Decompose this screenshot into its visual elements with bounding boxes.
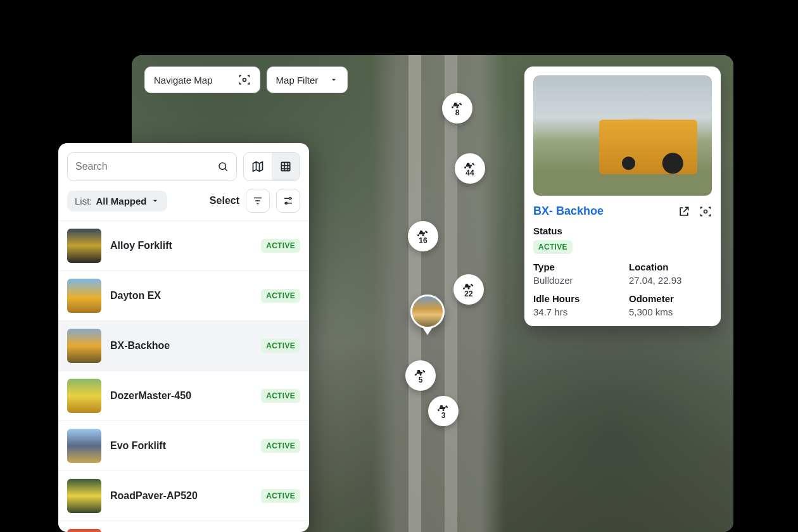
asset-name: Dayton EX — [110, 290, 252, 301]
map-filter-button[interactable]: Map Filter — [267, 66, 348, 93]
excavator-icon — [463, 282, 474, 289]
map-view-button[interactable] — [244, 153, 272, 180]
asset-title: BX- Backhoe — [533, 205, 604, 218]
cluster-marker[interactable]: 16 — [408, 221, 438, 251]
location-label: Location — [629, 262, 712, 272]
asset-status-badge: ACTIVE — [261, 239, 300, 253]
cluster-count: 22 — [464, 290, 472, 298]
search-box — [67, 152, 237, 181]
search-icon[interactable] — [217, 161, 229, 172]
asset-thumbnail — [67, 279, 101, 313]
open-external-button[interactable] — [678, 205, 690, 218]
sliders-button[interactable] — [276, 189, 300, 213]
asset-image — [533, 75, 712, 196]
view-toggle — [243, 152, 300, 181]
svg-point-5 — [286, 202, 288, 204]
svg-point-2 — [219, 163, 226, 170]
list-scope-dropdown[interactable]: List: All Mapped — [67, 191, 167, 212]
list-scope-label: List: — [75, 196, 92, 206]
asset-status-badge: ACTIVE — [261, 439, 300, 453]
type-label: Type — [533, 262, 616, 272]
svg-point-1 — [704, 210, 707, 213]
grid-view-button[interactable] — [272, 153, 300, 180]
asset-list: Alloy ForkliftACTIVEDayton EXACTIVEBX-Ba… — [58, 220, 309, 532]
map-filter-label: Map Filter — [276, 75, 319, 86]
cluster-marker[interactable]: 5 — [405, 360, 436, 391]
status-label: Status — [533, 225, 712, 236]
idle-value: 34.7 hrs — [533, 307, 616, 317]
cluster-count: 3 — [441, 412, 446, 419]
asset-list-item[interactable]: RoadPaver-AP520ACTIVE — [58, 471, 309, 521]
excavator-icon — [415, 368, 426, 376]
asset-name: Evo Forklift — [110, 440, 252, 452]
excavator-icon — [438, 403, 449, 411]
asset-status-badge: ACTIVE — [261, 489, 300, 503]
asset-status-badge: ACTIVE — [261, 389, 300, 403]
excavator-icon — [464, 161, 476, 168]
asset-list-item[interactable]: Dayton EXACTIVE — [58, 271, 309, 321]
map-top-controls: Navigate Map Map Filter — [144, 66, 348, 93]
asset-status-badge: ACTIVE — [261, 339, 300, 353]
location-value: 27.04, 22.93 — [629, 275, 712, 286]
asset-thumbnail — [67, 229, 101, 263]
cluster-count: 44 — [466, 169, 474, 177]
asset-list-item[interactable]: Alloy ForkliftACTIVE — [58, 221, 309, 271]
active-asset-marker[interactable] — [410, 294, 445, 334]
navigate-map-button[interactable]: Navigate Map — [144, 66, 260, 93]
filter-button[interactable] — [246, 189, 270, 213]
svg-rect-3 — [281, 162, 289, 170]
asset-detail-card: BX- Backhoe Status ACTIVE Type Bulldozer… — [524, 66, 721, 326]
asset-thumbnail — [67, 529, 101, 532]
cluster-count: 8 — [455, 109, 460, 117]
odometer-value: 5,300 kms — [629, 307, 712, 317]
cluster-marker[interactable]: 8 — [442, 93, 472, 124]
asset-list-item[interactable]: Evo ForkliftACTIVE — [58, 421, 309, 471]
svg-point-4 — [289, 198, 291, 200]
odometer-label: Odometer — [629, 293, 712, 304]
cluster-count: 5 — [419, 376, 423, 384]
type-value: Bulldozer — [533, 275, 616, 286]
cluster-marker[interactable]: 44 — [455, 153, 485, 184]
crosshair-icon — [238, 73, 251, 86]
asset-list-panel: List: All Mapped Select Alloy ForkliftAC… — [58, 143, 309, 532]
chevron-down-icon — [329, 75, 338, 84]
asset-thumbnail — [67, 379, 101, 413]
chevron-down-icon — [151, 196, 160, 205]
excavator-icon — [417, 229, 429, 236]
navigate-map-label: Navigate Map — [154, 75, 213, 86]
asset-name: Alloy Forklift — [110, 240, 252, 251]
asset-thumbnail — [67, 329, 101, 363]
select-button[interactable]: Select — [210, 195, 239, 206]
svg-point-0 — [243, 79, 246, 82]
cluster-marker[interactable]: 22 — [453, 274, 484, 305]
asset-thumbnail — [67, 479, 101, 513]
idle-label: Idle Hours — [533, 293, 616, 304]
asset-list-item[interactable]: DozerMaster-450ACTIVE — [58, 371, 309, 421]
asset-name: DozerMaster-450 — [110, 390, 252, 402]
cluster-marker[interactable]: 3 — [428, 396, 459, 426]
asset-list-item[interactable]: HaulMax-850ACTIVE — [58, 521, 309, 532]
asset-name: BX-Backhoe — [110, 340, 252, 352]
asset-status-badge: ACTIVE — [261, 289, 300, 303]
list-scope-value: All Mapped — [96, 196, 147, 206]
locate-button[interactable] — [699, 205, 712, 218]
cluster-count: 16 — [419, 237, 427, 244]
asset-thumbnail — [67, 429, 101, 463]
status-badge: ACTIVE — [533, 240, 573, 254]
excavator-icon — [452, 101, 463, 108]
asset-list-item[interactable]: BX-BackhoeACTIVE — [58, 321, 309, 371]
search-input[interactable] — [75, 161, 217, 172]
asset-name: RoadPaver-AP520 — [110, 490, 252, 502]
